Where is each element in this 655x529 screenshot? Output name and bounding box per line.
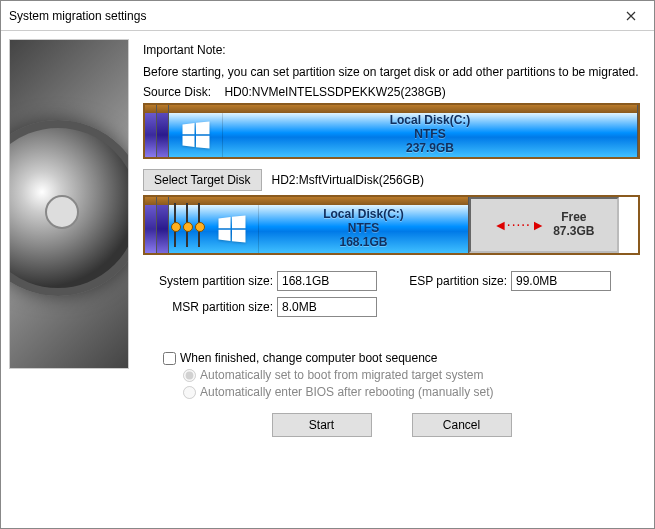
source-esp-segment	[145, 105, 157, 157]
target-main-segment[interactable]: Local Disk(C:) NTFS 168.1GB	[169, 197, 469, 253]
source-partition-name: Local Disk(C:)	[390, 114, 471, 128]
esp-size-input[interactable]	[511, 271, 611, 291]
partition-size-form: System partition size: MSR partition siz…	[143, 265, 640, 323]
system-size-label: System partition size:	[143, 274, 273, 288]
boot-sequence-checkbox-input[interactable]	[163, 352, 176, 365]
boot-sequence-checkbox-label: When finished, change computer boot sequ…	[180, 351, 438, 365]
resize-handle-icon[interactable]	[181, 197, 193, 253]
source-msr-segment	[157, 105, 169, 157]
boot-auto-radio-label: Automatically set to boot from migrated …	[200, 368, 483, 382]
disk-illustration	[9, 39, 129, 369]
target-partition-name: Local Disk(C:)	[323, 208, 404, 222]
source-disk-bar: Local Disk(C:) NTFS 237.9GB	[143, 103, 640, 159]
boot-auto-radio-input	[183, 369, 196, 382]
resize-handle-icon[interactable]	[193, 197, 205, 253]
target-partition-info: Local Disk(C:) NTFS 168.1GB	[259, 205, 468, 253]
source-partition-info: Local Disk(C:) NTFS 237.9GB	[223, 113, 637, 157]
source-partition-fs: NTFS	[414, 128, 445, 142]
free-size: 87.3GB	[553, 225, 594, 239]
titlebar: System migration settings	[1, 1, 654, 31]
resize-handles[interactable]	[169, 197, 205, 253]
free-space-segment[interactable]: ◄·····► Free 87.3GB	[469, 197, 619, 253]
resize-handle-icon[interactable]	[169, 197, 181, 253]
source-disk-row: Source Disk: HD0:NVMeINTELSSDPEKKW25(238…	[143, 85, 640, 99]
resize-arrow-icon[interactable]: ◄·····►	[494, 217, 546, 233]
window-title: System migration settings	[9, 9, 616, 23]
main-panel: Important Note: Before starting, you can…	[137, 31, 654, 528]
source-main-segment: Local Disk(C:) NTFS 237.9GB	[169, 105, 638, 157]
boot-sequence-checkbox[interactable]: When finished, change computer boot sequ…	[163, 351, 640, 365]
boot-bios-radio: Automatically enter BIOS after rebooting…	[183, 385, 640, 399]
msr-size-input[interactable]	[277, 297, 377, 317]
sidebar	[1, 31, 137, 528]
important-note-label: Important Note:	[143, 43, 640, 57]
target-disk-row: Select Target Disk HD2:MsftVirtualDisk(2…	[143, 169, 640, 191]
target-disk-bar[interactable]: Local Disk(C:) NTFS 168.1GB ◄·····► Free…	[143, 195, 640, 255]
target-disk-value: HD2:MsftVirtualDisk(256GB)	[272, 173, 424, 187]
cancel-button[interactable]: Cancel	[412, 413, 512, 437]
content: Important Note: Before starting, you can…	[1, 31, 654, 528]
target-msr-segment[interactable]	[157, 197, 169, 253]
target-partition-size: 168.1GB	[339, 236, 387, 250]
source-partition-size: 237.9GB	[406, 142, 454, 156]
esp-size-label: ESP partition size:	[397, 274, 507, 288]
boot-bios-radio-input	[183, 386, 196, 399]
dialog-buttons: Start Cancel	[143, 413, 640, 437]
msr-size-label: MSR partition size:	[143, 300, 273, 314]
select-target-disk-button[interactable]: Select Target Disk	[143, 169, 262, 191]
free-label: Free	[553, 211, 594, 225]
system-size-input[interactable]	[277, 271, 377, 291]
source-disk-value: HD0:NVMeINTELSSDPEKKW25(238GB)	[224, 85, 445, 99]
boot-options: When finished, change computer boot sequ…	[163, 351, 640, 399]
free-space-info: Free 87.3GB	[553, 211, 594, 239]
windows-icon	[169, 113, 223, 157]
boot-auto-radio: Automatically set to boot from migrated …	[183, 368, 640, 382]
close-icon[interactable]	[616, 1, 646, 31]
target-partition-fs: NTFS	[348, 222, 379, 236]
target-esp-segment[interactable]	[145, 197, 157, 253]
windows-icon	[205, 205, 259, 253]
start-button[interactable]: Start	[272, 413, 372, 437]
before-starting-text: Before starting, you can set partition s…	[143, 65, 640, 79]
source-disk-label: Source Disk:	[143, 85, 211, 99]
boot-bios-radio-label: Automatically enter BIOS after rebooting…	[200, 385, 493, 399]
